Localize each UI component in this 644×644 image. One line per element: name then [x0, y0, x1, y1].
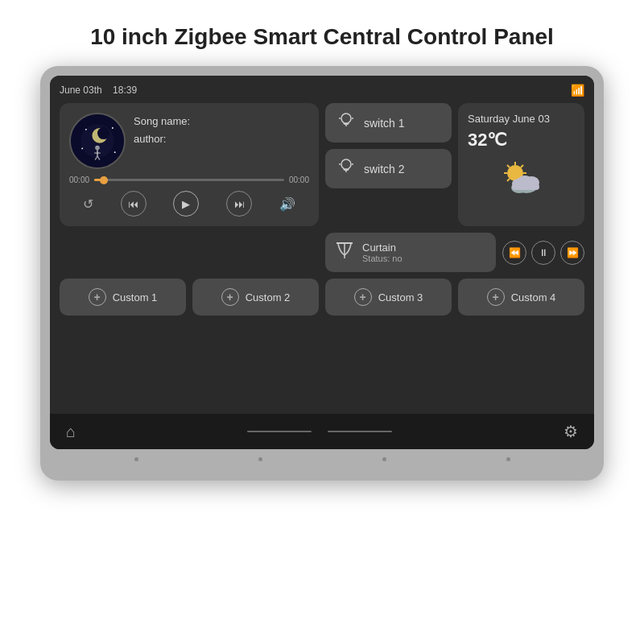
weather-icon-container [468, 159, 575, 195]
status-bar: June 03th 18:39 📶 [60, 84, 584, 97]
bottom-nav: ⌂ ⚙ [50, 414, 594, 449]
settings-icon[interactable]: ⚙ [564, 422, 578, 441]
curtain-info: Curtain Status: no [362, 242, 486, 263]
custom-1-label: Custom 1 [113, 291, 158, 303]
main-grid: Song name: author: 00:00 00:00 [60, 103, 584, 316]
custom-3-icon: + [354, 288, 372, 306]
device-bottom [50, 449, 594, 464]
album-art [69, 113, 126, 169]
curtain-status: Status: no [362, 254, 486, 263]
phys-dot-2 [258, 457, 262, 461]
time-end: 00:00 [289, 175, 309, 184]
custom-3-label: Custom 3 [378, 291, 423, 303]
status-datetime: June 03th 18:39 [60, 85, 137, 96]
repeat-icon[interactable]: ↺ [83, 196, 93, 212]
song-info: Song name: author: [134, 113, 190, 148]
phys-dot-4 [506, 457, 510, 461]
svg-line-28 [521, 165, 523, 167]
phys-dot-3 [382, 457, 386, 461]
svg-line-26 [507, 165, 510, 167]
wifi-icon: 📶 [571, 84, 584, 97]
status-date: June 03th [60, 85, 102, 96]
custom-4-label: Custom 4 [511, 291, 556, 303]
music-top: Song name: author: [69, 113, 309, 169]
play-button[interactable]: ▶ [173, 191, 199, 217]
time-start: 00:00 [69, 175, 89, 184]
status-time: 18:39 [113, 85, 137, 96]
nav-center [247, 431, 392, 432]
curtain-controls-row: ⏪ ⏸ ⏩ [502, 241, 584, 265]
weather-temp: 32℃ [468, 130, 575, 151]
curtain-control: Curtain Status: no [325, 233, 496, 272]
curtain-title: Curtain [362, 242, 486, 254]
curtain-rewind-button[interactable]: ⏪ [502, 241, 526, 265]
volume-icon[interactable]: 🔊 [279, 196, 295, 212]
svg-point-4 [85, 129, 87, 130]
phys-dot-1 [134, 457, 138, 461]
svg-rect-17 [344, 169, 349, 171]
svg-rect-36 [336, 242, 353, 244]
switch-1-icon [336, 111, 356, 134]
custom-4-button[interactable]: + Custom 4 [458, 279, 584, 316]
svg-point-6 [81, 147, 83, 149]
nav-line-2 [328, 431, 392, 432]
svg-line-29 [507, 179, 510, 181]
custom-buttons-row: + Custom 1 + Custom 2 + Custom 3 + Custo… [60, 279, 584, 316]
switch-1-label: switch 1 [364, 117, 405, 130]
switch-1-button[interactable]: switch 1 [325, 103, 452, 142]
switches-area: switch 1 switch 2 [325, 103, 452, 226]
music-player: Song name: author: 00:00 00:00 [60, 103, 319, 226]
svg-rect-35 [512, 184, 539, 190]
music-controls: ↺ ⏮ ▶ ⏭ 🔊 [69, 191, 309, 217]
weather-date: Saturday June 03 [468, 113, 575, 125]
nav-line-1 [247, 431, 312, 432]
prev-button[interactable]: ⏮ [121, 191, 147, 217]
custom-1-button[interactable]: + Custom 1 [60, 279, 186, 316]
svg-point-8 [95, 146, 100, 151]
switch-2-label: switch 2 [364, 163, 405, 175]
home-icon[interactable]: ⌂ [66, 423, 76, 441]
svg-rect-13 [344, 123, 349, 125]
custom-2-label: Custom 2 [246, 291, 291, 303]
author-label: author: [134, 130, 190, 148]
custom-2-button[interactable]: + Custom 2 [192, 279, 319, 316]
custom-2-icon: + [221, 288, 239, 306]
device-shell: June 03th 18:39 📶 [40, 66, 604, 481]
screen-content: June 03th 18:39 📶 [50, 76, 594, 414]
svg-point-5 [112, 127, 114, 129]
next-button[interactable]: ⏭ [226, 191, 252, 217]
curtain-icon [335, 241, 354, 264]
svg-point-3 [97, 127, 109, 139]
weather-widget: Saturday June 03 32℃ [458, 103, 584, 226]
screen-bezel: June 03th 18:39 📶 [50, 76, 594, 449]
custom-3-button[interactable]: + Custom 3 [325, 279, 452, 316]
curtain-row: Curtain Status: no ⏪ ⏸ ⏩ [325, 233, 584, 272]
custom-1-icon: + [89, 288, 106, 306]
switch-2-icon [336, 157, 356, 180]
page-title: 10 inch Zigbee Smart Central Control Pan… [0, 0, 644, 66]
svg-point-7 [114, 151, 116, 153]
song-name-label: Song name: [134, 113, 190, 130]
custom-4-icon: + [487, 288, 505, 306]
progress-bar-track[interactable] [94, 179, 284, 181]
switch-2-button[interactable]: switch 2 [325, 149, 452, 188]
curtain-forward-button[interactable]: ⏩ [560, 241, 584, 265]
progress-dot [100, 176, 108, 184]
progress-bar-container[interactable]: 00:00 00:00 [69, 175, 309, 184]
curtain-pause-button[interactable]: ⏸ [531, 241, 555, 265]
